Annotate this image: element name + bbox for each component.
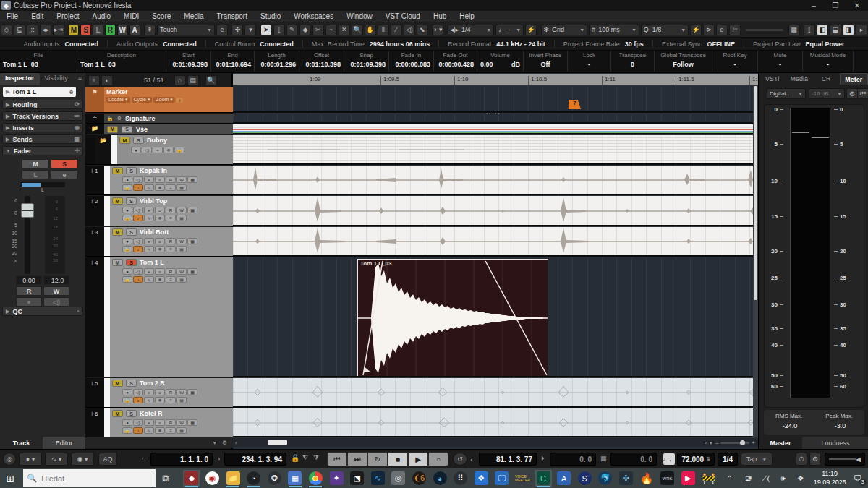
record-button[interactable]: ○ bbox=[428, 452, 448, 466]
marker-zoom-dropdown[interactable]: Zoom ▾ bbox=[153, 97, 174, 103]
musical-time-icon[interactable]: ♪ bbox=[133, 246, 143, 252]
record-icon[interactable]: ● bbox=[131, 147, 141, 153]
mute-button[interactable]: M bbox=[119, 137, 130, 144]
quantize-link-dropdown[interactable]: ♩-▼ bbox=[495, 25, 524, 35]
audio-record-mode-dropdown[interactable]: ∿ ▾ bbox=[45, 453, 68, 466]
punch-in-icon[interactable]: ⧨ bbox=[302, 454, 308, 462]
taskbar-flame-icon[interactable]: 🔥 bbox=[638, 470, 655, 487]
cycle-button[interactable]: ↻ bbox=[367, 452, 388, 466]
quantize-preset-dropdown[interactable]: Q1/8▼ bbox=[641, 25, 689, 35]
lock-icon[interactable]: 🔓 bbox=[107, 116, 114, 121]
tray-expand-icon[interactable]: ⌃ bbox=[720, 470, 738, 487]
automation-e-button[interactable]: e bbox=[216, 25, 228, 35]
info-mute[interactable]: - bbox=[758, 60, 802, 68]
horizontal-scrollbar-thumb[interactable] bbox=[268, 440, 287, 445]
write-icon[interactable]: W bbox=[176, 207, 187, 213]
tab-track[interactable]: Track bbox=[0, 437, 43, 449]
inspector-track-name[interactable]: ▶Tom 1 Le bbox=[3, 87, 76, 97]
freeze-icon[interactable]: ❄ bbox=[155, 397, 165, 403]
edit-channel-icon[interactable]: e bbox=[144, 176, 154, 183]
listen-icon[interactable]: ▤ bbox=[176, 397, 187, 403]
play-tool[interactable]: ◁) bbox=[404, 25, 415, 35]
position-display[interactable]: 81. 1. 3. 77 bbox=[479, 453, 537, 466]
split-tool[interactable]: ✂ bbox=[312, 25, 324, 35]
read-button[interactable]: R bbox=[16, 286, 42, 296]
metronome-setup-gear-icon[interactable]: ⚙ bbox=[809, 453, 821, 466]
tab-editor[interactable]: Editor bbox=[43, 437, 85, 449]
listen-button[interactable]: L bbox=[93, 25, 103, 35]
right-locator-icon[interactable]: ¬ bbox=[216, 454, 220, 462]
track-row-kopak[interactable]: ⧙1 MSKopák In ●◁)eoRW▦ 🔓♪∿❄⌗▤ bbox=[85, 166, 233, 195]
autoscroll-dropdown-icon[interactable]: ▾ bbox=[244, 25, 256, 35]
tray-device-icon[interactable]: 🖳 bbox=[740, 470, 757, 487]
record-enable-icon[interactable]: ● bbox=[16, 297, 42, 307]
menu-studio[interactable]: Studio bbox=[254, 12, 287, 20]
right-locator-display[interactable]: 234. 1. 3. 94 bbox=[224, 453, 286, 466]
insert-bypass-icon[interactable]: o bbox=[155, 419, 165, 426]
metronome-icon[interactable]: ⏱ bbox=[796, 453, 807, 466]
monitor-icon[interactable]: ◁) bbox=[133, 207, 143, 213]
play-button[interactable]: ▶ bbox=[408, 452, 428, 466]
automation-icon[interactable]: ∿ bbox=[144, 215, 154, 221]
channel-icon[interactable]: ▦ bbox=[187, 176, 197, 183]
solo-button[interactable]: S bbox=[126, 228, 137, 236]
write-icon[interactable]: W bbox=[176, 238, 187, 244]
menu-audio[interactable]: Audio bbox=[85, 12, 117, 20]
lock-icon[interactable]: 🔓 bbox=[122, 276, 132, 283]
track-row-virbl-top[interactable]: ⧙2 MSVirbl Top ●◁)eoRW▦ 🔓♪∿❄⌗▤ bbox=[85, 196, 233, 226]
kotel-lane[interactable] bbox=[233, 408, 753, 437]
mute-button[interactable]: M bbox=[112, 259, 123, 266]
virbl-top-lane[interactable] bbox=[233, 196, 753, 226]
fader-handle[interactable] bbox=[21, 203, 34, 218]
taskbar-s-app-icon[interactable]: S bbox=[576, 470, 593, 487]
tap-tempo-button[interactable]: Tap▼ bbox=[741, 453, 773, 466]
goto-end-button[interactable]: ⏭ bbox=[347, 452, 367, 466]
postroll-display[interactable]: 0. 0 bbox=[610, 453, 657, 466]
solo-button[interactable]: S bbox=[126, 410, 137, 417]
retrospective-record-icon[interactable]: ↺ bbox=[453, 453, 467, 466]
vertical-scrollbar-thumb[interactable] bbox=[754, 86, 757, 300]
taskbar-remote-desktop-icon[interactable]: 🖵 bbox=[493, 470, 511, 487]
freeze-icon[interactable]: ❄ bbox=[155, 184, 165, 191]
lock-icon[interactable]: 🔓 bbox=[122, 184, 132, 191]
mute-button[interactable]: M bbox=[112, 380, 123, 387]
edit-channel-icon[interactable]: e bbox=[144, 389, 154, 395]
monitor-icon[interactable]: ◁) bbox=[142, 147, 152, 153]
level-value[interactable]: 0.00 bbox=[16, 275, 42, 285]
minimize-button[interactable]: – bbox=[803, 1, 825, 9]
taskbar-play-app-icon[interactable]: ▶ bbox=[679, 470, 697, 487]
zoom-in-icon[interactable]: + bbox=[752, 440, 755, 446]
mute-button[interactable]: M bbox=[112, 228, 123, 236]
taskbar-capture-icon[interactable]: ◎ bbox=[390, 470, 407, 487]
history-icon[interactable]: ⁝⁝ bbox=[27, 25, 38, 35]
menu-midi[interactable]: MIDI bbox=[117, 12, 145, 20]
marker-track-row[interactable]: ⚑ Marker Locate ▾ Cycle ▾ Zoom ▾ ♪ bbox=[85, 87, 233, 113]
search-input[interactable] bbox=[41, 474, 150, 483]
rms-max-value[interactable]: -24.0 bbox=[783, 422, 798, 429]
taskbar-webcam-icon[interactable]: 🐬 bbox=[597, 470, 614, 487]
solo-button[interactable]: S bbox=[126, 197, 137, 205]
left-locator-icon[interactable]: ⌐ bbox=[142, 454, 146, 462]
write-icon[interactable]: W bbox=[176, 389, 187, 395]
search-box[interactable]: 🔍 bbox=[23, 469, 156, 487]
edit-channel-icon[interactable]: e bbox=[144, 238, 154, 244]
status-value[interactable]: Equal Power bbox=[805, 40, 844, 48]
pan-control[interactable] bbox=[20, 182, 65, 187]
info-volume[interactable]: 0.00 dB bbox=[477, 60, 523, 68]
record-icon[interactable]: ● bbox=[122, 238, 132, 244]
taskbar-design-app-icon[interactable]: ✦ bbox=[328, 470, 345, 487]
listen-icon[interactable]: ▤ bbox=[176, 276, 187, 283]
record-modes-icon[interactable]: ◎ bbox=[3, 453, 16, 466]
audition-icon[interactable]: ⊳ bbox=[703, 25, 715, 35]
section-sends[interactable]: ▶Sends▦ bbox=[2, 134, 83, 144]
info-global-transpose[interactable]: Follow bbox=[655, 60, 712, 68]
record-icon[interactable]: ● bbox=[122, 268, 132, 275]
lock-icon[interactable]: 🔓 bbox=[122, 215, 132, 221]
info-fade-out[interactable]: 0:00:00.428 bbox=[434, 60, 477, 68]
lanes-icon[interactable]: ⌗ bbox=[166, 215, 176, 221]
folder-track-drums[interactable]: 📂 MSBubny ●◁)=❄🔓 bbox=[85, 135, 233, 165]
nudge-dropdown[interactable]: ◂|▸1/4▼ bbox=[448, 25, 495, 35]
punch-lock-icon[interactable]: 🔒 bbox=[291, 454, 299, 462]
mute-button[interactable]: M bbox=[107, 126, 118, 133]
tempo-track-icon[interactable]: ♩♩ bbox=[663, 453, 676, 466]
